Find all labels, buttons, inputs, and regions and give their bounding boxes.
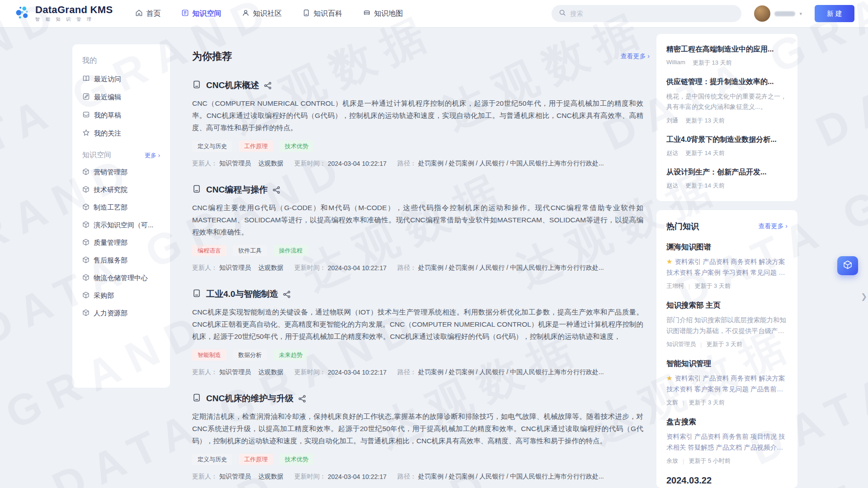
hot-item[interactable]: 盘古搜索 资料索引 产品资料 商务售前 项目情况 技术相关 答疑解惑 产品文档 … <box>666 417 788 465</box>
feed-view-more-link[interactable]: 查看更多 › <box>620 52 650 61</box>
sidebar-item-recent-visits[interactable]: 最近访问 <box>82 70 160 88</box>
tag[interactable]: 定义与历史 <box>192 141 232 152</box>
tag[interactable]: 编程语言 <box>192 245 226 256</box>
recommend-item[interactable]: 工业4.0背景下的制造业数据分析... 赵达更新于 14 天前 <box>666 135 788 157</box>
chevron-down-icon: ▾ <box>799 11 802 17</box>
updated-time: 更新于 3 天前 <box>694 282 730 290</box>
sidebar-space-quality[interactable]: 质量管理部 <box>82 234 160 252</box>
tag[interactable]: 软件工具 <box>233 245 267 256</box>
create-new-button[interactable]: 新 建 <box>815 5 854 22</box>
knowledge-space-icon <box>181 9 189 19</box>
sidebar-space-tech-research[interactable]: 技术研究院 <box>82 181 160 199</box>
tag[interactable]: 定义与历史 <box>192 454 232 465</box>
cube-3d-icon <box>843 260 853 272</box>
recommend-feed: 为你推荐 查看更多 › CNC机床概述 CNC（COMPUTER NUMERIC… <box>192 44 650 488</box>
cube-icon <box>82 186 90 194</box>
nav-item-knowledge-space[interactable]: 知识空间 <box>181 9 221 19</box>
hot-view-more-link[interactable]: 查看更多 › <box>758 222 788 230</box>
cube-icon <box>82 168 90 177</box>
left-sidebar: 我的 最近访问 最近编辑 我的草稿 我的关注 知识空间 更多 › 营销管理部 技… <box>72 44 170 388</box>
author: 赵达 <box>666 149 678 157</box>
tag[interactable]: 工作原理 <box>239 454 273 465</box>
spaces-more-link[interactable]: 更多 › <box>145 151 160 160</box>
article-title[interactable]: CNC机床的维护与升级 <box>206 393 293 404</box>
star-icon: ★ <box>666 258 672 265</box>
hot-item[interactable]: 知识搜索部 主页 部门介绍 知识搜索部以底层搜索能力和知识图谱能力为基础，不仅提… <box>666 300 788 348</box>
nav-item-knowledge-wiki[interactable]: 知识百科 <box>302 9 342 19</box>
tag[interactable]: 操作流程 <box>274 245 308 256</box>
tag[interactable]: 数据分析 <box>233 349 267 361</box>
updated-time: 更新于 13 天前 <box>693 59 732 67</box>
sidebar-item-recent-edits[interactable]: 最近编辑 <box>82 88 160 106</box>
share-icon[interactable] <box>273 186 280 194</box>
hot-keywords: 资料索引 产品资料 商务资料 解决方案 技术资料 客户案例 学习资料 常见问题 … <box>666 258 785 278</box>
tag[interactable]: 未来趋势 <box>274 349 308 361</box>
recommend-item[interactable]: 从设计到生产：创新产品开发... 赵达更新于 14 天前 <box>666 168 788 190</box>
recommend-item[interactable]: 供应链管理：提升制造业效率的... 桃花，是中国传统文化中的重要花卉之一，具有丰… <box>666 77 788 125</box>
author: 刘通 <box>666 117 678 125</box>
sidebar-space-procurement[interactable]: 采购部 <box>82 287 160 305</box>
chevron-right-icon: › <box>647 52 650 60</box>
article-summary: CNC编程主要使用G代码（G-CODE）和M代码（M-CODE），这些代码指令控… <box>192 202 643 238</box>
search-input[interactable] <box>570 10 734 17</box>
article-meta: 更新人：知识管理员 达观数据 更新时间：2024-03-04 10:22:17 … <box>192 160 650 168</box>
share-icon[interactable] <box>264 82 272 89</box>
sidebar-space-marketing[interactable]: 营销管理部 <box>82 164 160 181</box>
tag[interactable]: 智能制造 <box>192 349 226 361</box>
share-icon[interactable] <box>283 291 291 298</box>
article-title[interactable]: 工业4.0与智能制造 <box>206 288 278 300</box>
page-title: 为你推荐 <box>192 50 232 63</box>
brand-logo[interactable]: DataGrand KMS 智 能 知 识 管 理 <box>14 4 113 23</box>
sidebar-item-my-follows[interactable]: 我的关注 <box>82 124 160 142</box>
star-outline-icon <box>82 129 90 138</box>
sidebar-space-logistics[interactable]: 物流仓储管理中心 <box>82 269 160 287</box>
panel-collapse-arrow[interactable]: ❯ <box>861 292 867 301</box>
brand-subtitle: 智 能 知 识 管 理 <box>35 16 113 23</box>
updated-time: 更新于 13 天前 <box>685 117 725 125</box>
avatar[interactable] <box>754 5 770 22</box>
author: 赵达 <box>666 182 678 190</box>
hot-summary: 部门介绍 知识搜索部以底层搜索能力和知识图谱能力为基础，不仅提供平台级产品服务，… <box>666 314 788 336</box>
recommend-sidebar-card: 精密工程在高端制造业中的应用... William更新于 13 天前 供应链管理… <box>656 34 797 201</box>
article-title[interactable]: CNC机床概述 <box>206 80 259 91</box>
cube-icon <box>82 203 90 212</box>
article-card: CNC编程与操作 CNC编程主要使用G代码（G-CODE）和M代码（M-CODE… <box>192 184 650 272</box>
sidebar-section-spaces: 知识空间 <box>82 150 111 160</box>
recommend-summary: 桃花，是中国传统文化中的重要花卉之一，具有丰富的文化内涵和象征意义...。 <box>666 91 788 112</box>
sidebar-space-manufacturing[interactable]: 制造工艺部 <box>82 199 160 216</box>
article-summary: CNC（COMPUTER NUMERICAL CONTROL）机床是一种通过计算… <box>192 97 643 134</box>
sidebar-item-my-drafts[interactable]: 我的草稿 <box>82 106 160 124</box>
nav-item-home[interactable]: 首页 <box>135 9 160 19</box>
hot-item[interactable]: 2024.03.22 代申 王军军 本周完成工作 知识图谱 【bug】排查并解决… <box>666 475 788 488</box>
cube-icon <box>82 221 90 230</box>
main-nav: 首页 知识空间 知识社区 知识百科 知识地图 <box>135 9 403 19</box>
logo-icon <box>14 4 31 23</box>
nav-item-knowledge-community[interactable]: 知识社区 <box>242 9 282 19</box>
article-card: 工业4.0与智能制造 CNC机床是实现智能制造的关键设备，通过物联网（IOT）技… <box>192 288 650 376</box>
assistant-float-button[interactable] <box>837 256 858 275</box>
edit-icon <box>82 93 90 102</box>
article-title[interactable]: CNC编程与操作 <box>206 184 268 196</box>
author: 王增柯 <box>666 282 684 290</box>
user-menu[interactable]: ▾ <box>754 5 802 22</box>
hot-item[interactable]: 渊海知识图谱 ★资料索引 产品资料 商务资料 解决方案 技术资料 客户案例 学习… <box>666 242 788 290</box>
sidebar-space-demo[interactable]: 演示知识空间（可... <box>82 216 160 234</box>
top-navbar: DataGrand KMS 智 能 知 识 管 理 首页 知识空间 知识社区 知… <box>0 0 868 27</box>
tag[interactable]: 技术优势 <box>279 454 314 465</box>
updated-time: 更新于 3 天前 <box>706 340 742 348</box>
community-icon <box>242 9 250 19</box>
sidebar-space-after-sales[interactable]: 售后服务部 <box>82 252 160 269</box>
username-redacted <box>774 11 795 16</box>
recommend-item[interactable]: 精密工程在高端制造业中的应用... William更新于 13 天前 <box>666 45 788 67</box>
nav-item-knowledge-map[interactable]: 知识地图 <box>363 9 403 19</box>
sidebar-section-my: 我的 <box>82 56 160 66</box>
sidebar-space-hr[interactable]: 人力资源部 <box>82 305 160 322</box>
hot-item[interactable]: 智能知识管理 ★资料索引 产品资料 商务资料 解决方案 技术资料 客户案例 常见… <box>666 359 788 407</box>
tag[interactable]: 工作原理 <box>239 141 273 152</box>
article-meta: 更新人：知识管理员 达观数据 更新时间：2024-03-04 10:22:17 … <box>192 473 650 481</box>
share-icon[interactable] <box>298 395 306 403</box>
search-icon <box>559 9 566 18</box>
tag[interactable]: 技术优势 <box>279 141 314 152</box>
breadcrumb: 处罚案例 / 处罚案例 / 人民银行 / 中国人民银行上海市分行行政处... <box>418 473 604 481</box>
doc-icon <box>192 289 201 300</box>
